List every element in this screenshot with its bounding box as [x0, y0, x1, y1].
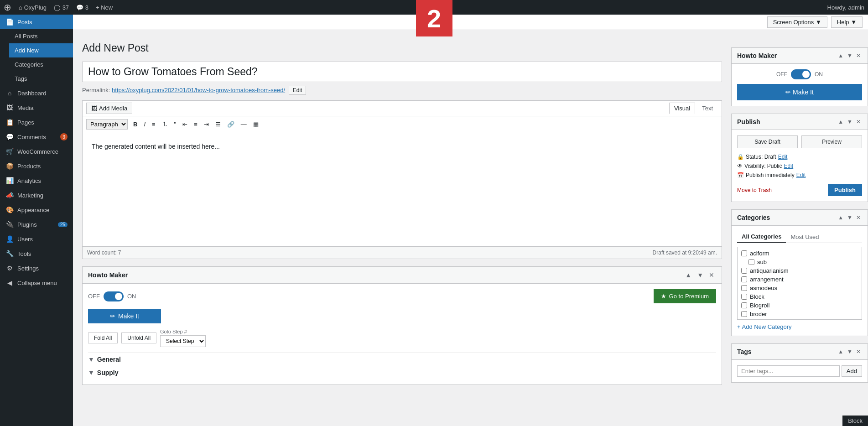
top-bar: Screen Options ▼ Help ▼ [73, 15, 868, 30]
cat-checkbox-sub[interactable] [748, 259, 754, 265]
sidebar-item-media[interactable]: 🖼 Media [0, 100, 73, 115]
sidebar-item-categories[interactable]: Categories [9, 57, 73, 72]
publish-collapse-down[interactable]: ▼ [846, 118, 854, 126]
rp-toggle-switch[interactable] [791, 69, 811, 79]
goto-premium-btn[interactable]: ★ Go to Premium [654, 289, 716, 303]
ordered-list-btn[interactable]: ⒈ [159, 118, 171, 130]
comments-count[interactable]: ◯ 37 [54, 4, 69, 11]
toggle-switch[interactable] [104, 291, 124, 301]
publish-btn[interactable]: Publish [828, 184, 862, 196]
cat-checkbox-antiquarianism[interactable] [741, 268, 747, 274]
screen-options-btn[interactable]: Screen Options ▼ [767, 16, 827, 28]
publish-edit-link[interactable]: Edit [796, 172, 806, 178]
rp-collapse-up[interactable]: ▲ [837, 52, 845, 60]
help-btn[interactable]: Help ▼ [831, 16, 863, 28]
cat-checkbox-arrangement[interactable] [741, 276, 747, 282]
editor-content[interactable]: The generated content will be inserted h… [83, 132, 722, 246]
sidebar-item-dashboard[interactable]: ⌂ Dashboard [0, 86, 73, 100]
sidebar-item-collapse[interactable]: ◀ Collapse menu [0, 275, 73, 290]
tags-add-btn[interactable]: Add [842, 365, 862, 377]
sidebar-item-tags[interactable]: Tags [9, 72, 73, 86]
format-select[interactable]: Paragraph Heading 1 Heading 2 Heading 3 [86, 119, 128, 130]
unordered-list-btn[interactable]: ≡ [149, 119, 158, 130]
tab-text[interactable]: Text [697, 103, 718, 114]
media-add-icon: 🖼 [91, 105, 97, 112]
goto-step-select[interactable]: Select Step [160, 335, 206, 347]
align-right-btn[interactable]: ⇥ [201, 119, 212, 130]
align-justify-btn[interactable]: ☰ [213, 119, 223, 130]
main-content: Add New Post Permalink: https://oxyplug.… [73, 15, 731, 426]
cat-label: broder [750, 311, 767, 317]
collapse-up-btn[interactable]: ▲ [683, 270, 693, 280]
tab-visual[interactable]: Visual [669, 103, 695, 114]
tags-input[interactable] [737, 365, 840, 377]
visibility-edit-link[interactable]: Edit [784, 163, 793, 169]
permalink-link[interactable]: https://oxyplug.com/2022/01/01/how-to-gr… [112, 87, 285, 94]
sidebar-item-analytics[interactable]: 📊 Analytics [0, 173, 73, 188]
sidebar-item-woocommerce[interactable]: 🛒 WooCommerce [0, 144, 73, 159]
speech-count[interactable]: 💬 3 [76, 4, 88, 11]
sidebar-item-tools[interactable]: 🔧 Tools [0, 246, 73, 261]
sidebar-item-all-posts[interactable]: All Posts [9, 29, 73, 43]
publish-close[interactable]: ✕ [855, 118, 862, 126]
cat-checkbox-blogroll[interactable] [741, 302, 747, 308]
preview-btn[interactable]: Preview [801, 135, 862, 148]
unfold-all-btn[interactable]: Unfold All [121, 332, 156, 343]
add-media-btn[interactable]: 🖼 Add Media [86, 103, 132, 114]
howto-maker-header[interactable]: Howto Maker ▲ ▼ ✕ [83, 267, 722, 284]
permalink-edit-btn[interactable]: Edit [289, 86, 307, 95]
collapse-down-btn[interactable]: ▼ [695, 270, 705, 280]
more-btn[interactable]: — [238, 119, 249, 130]
format-toolbar: Paragraph Heading 1 Heading 2 Heading 3 … [83, 116, 722, 132]
sidebar-item-pages[interactable]: 📋 Pages [0, 115, 73, 130]
post-title-input[interactable] [82, 62, 722, 82]
cat-checkbox-aciform[interactable] [741, 250, 747, 256]
new-item-btn[interactable]: + New [96, 4, 113, 11]
status-edit-link[interactable]: Edit [778, 154, 788, 160]
sidebar-item-posts[interactable]: 📄 Posts [0, 15, 73, 29]
cat-tab-most-used[interactable]: Most Used [786, 231, 823, 243]
link-btn[interactable]: 🔗 [224, 119, 237, 130]
make-it-right-btn[interactable]: ✏ Make It [737, 84, 862, 100]
cat-tab-all[interactable]: All Categories [737, 231, 786, 243]
italic-btn[interactable]: I [141, 119, 148, 130]
rp-collapse-down[interactable]: ▼ [846, 52, 854, 60]
tags-collapse-down[interactable]: ▼ [846, 348, 854, 356]
move-to-trash-link[interactable]: Move to Trash [737, 187, 772, 193]
cat-collapse-up[interactable]: ▲ [837, 213, 845, 222]
tags-close[interactable]: ✕ [855, 348, 862, 356]
supply-section[interactable]: ▼ Supply [88, 366, 716, 379]
cat-checkbox-block[interactable] [741, 294, 747, 300]
sidebar-item-settings[interactable]: ⚙ Settings [0, 261, 73, 275]
align-left-btn[interactable]: ⇤ [180, 119, 190, 130]
sidebar-item-add-new[interactable]: Add New [9, 43, 73, 57]
make-it-btn[interactable]: ✏ Make It [88, 309, 161, 323]
cat-close[interactable]: ✕ [855, 213, 862, 222]
right-sidebar: Howto Maker ▲ ▼ ✕ OFF ON [731, 15, 868, 426]
page-title: Add New Post [82, 42, 722, 54]
cat-checkbox-broder[interactable] [741, 311, 747, 317]
general-section[interactable]: ▼ General [88, 353, 716, 366]
blockquote-btn[interactable]: " [172, 119, 179, 130]
save-draft-btn[interactable]: Save Draft [737, 135, 798, 148]
collapse-close-btn[interactable]: ✕ [707, 270, 716, 280]
sidebar-item-appearance[interactable]: 🎨 Appearance [0, 203, 73, 217]
sidebar-item-marketing[interactable]: 📣 Marketing [0, 188, 73, 203]
table-btn[interactable]: ▦ [250, 119, 261, 130]
sidebar-item-comments[interactable]: 💬 Comments 3 [0, 130, 73, 144]
add-new-category-link[interactable]: + Add New Category [737, 323, 792, 330]
publish-collapse-up[interactable]: ▲ [837, 118, 845, 126]
step-overlay: 2 [416, 0, 452, 36]
bold-btn[interactable]: B [130, 119, 140, 130]
sidebar-item-products[interactable]: 📦 Products [0, 159, 73, 173]
align-center-btn[interactable]: ≡ [191, 119, 200, 130]
cat-collapse-down[interactable]: ▼ [846, 213, 854, 222]
cat-checkbox-asmodeus[interactable] [741, 285, 747, 291]
site-name[interactable]: ⌂ OxyPlug [19, 4, 47, 11]
tags-collapse-up[interactable]: ▲ [837, 348, 845, 356]
chevron-down-icon: ▼ [88, 356, 94, 363]
sidebar-item-plugins[interactable]: 🔌 Plugins 25 [0, 217, 73, 232]
fold-all-btn[interactable]: Fold All [88, 332, 118, 343]
sidebar-item-users[interactable]: 👤 Users [0, 232, 73, 246]
rp-close[interactable]: ✕ [855, 52, 862, 60]
